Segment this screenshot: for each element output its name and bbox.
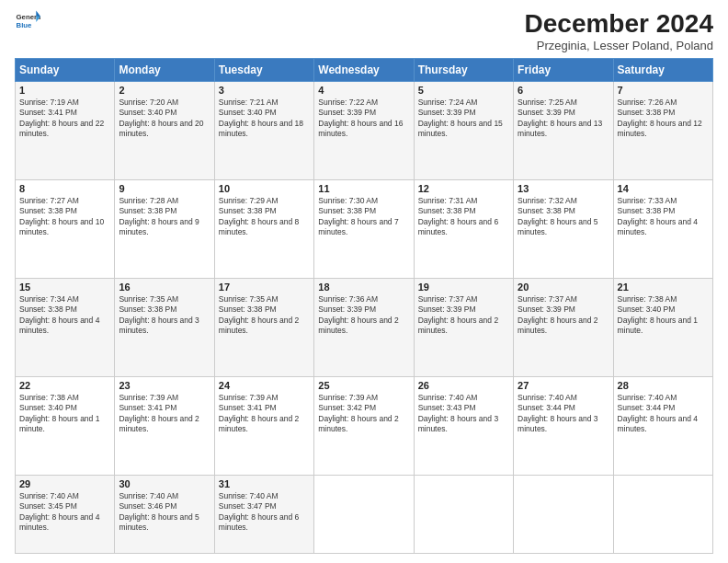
table-row: 5Sunrise: 7:24 AMSunset: 3:39 PMDaylight… [414,82,513,180]
title-block: December 2024 Przeginia, Lesser Poland, … [525,9,713,52]
table-row [613,475,712,553]
table-row: 31Sunrise: 7:40 AMSunset: 3:47 PMDayligh… [214,475,313,553]
table-row: 29Sunrise: 7:40 AMSunset: 3:45 PMDayligh… [16,475,115,553]
table-row: 9Sunrise: 7:28 AMSunset: 3:38 PMDaylight… [115,179,214,278]
table-row: 3Sunrise: 7:21 AMSunset: 3:40 PMDaylight… [214,82,313,180]
calendar-table: Sunday Monday Tuesday Wednesday Thursday… [15,58,713,554]
calendar-week-row: 8Sunrise: 7:27 AMSunset: 3:38 PMDaylight… [16,179,713,278]
calendar-week-row: 29Sunrise: 7:40 AMSunset: 3:45 PMDayligh… [16,475,713,553]
table-row [514,475,613,553]
table-row: 1Sunrise: 7:19 AMSunset: 3:41 PMDaylight… [16,82,115,180]
logo: General Blue [15,9,40,35]
col-monday: Monday [115,59,214,82]
header: General Blue December 2024 Przeginia, Le… [15,9,713,52]
table-row: 14Sunrise: 7:33 AMSunset: 3:38 PMDayligh… [613,179,712,278]
calendar-week-row: 15Sunrise: 7:34 AMSunset: 3:38 PMDayligh… [16,278,713,376]
page: General Blue December 2024 Przeginia, Le… [0,0,728,563]
table-row: 21Sunrise: 7:38 AMSunset: 3:40 PMDayligh… [613,278,712,376]
location: Przeginia, Lesser Poland, Poland [525,39,713,52]
logo-icon: General Blue [15,9,40,35]
table-row: 30Sunrise: 7:40 AMSunset: 3:46 PMDayligh… [115,475,214,553]
table-row: 4Sunrise: 7:22 AMSunset: 3:39 PMDaylight… [314,82,414,180]
table-row: 17Sunrise: 7:35 AMSunset: 3:38 PMDayligh… [214,278,313,376]
table-row: 7Sunrise: 7:26 AMSunset: 3:38 PMDaylight… [613,82,712,180]
col-saturday: Saturday [613,59,712,82]
table-row: 15Sunrise: 7:34 AMSunset: 3:38 PMDayligh… [16,278,115,376]
month-title: December 2024 [525,9,713,39]
col-thursday: Thursday [414,59,513,82]
table-row: 8Sunrise: 7:27 AMSunset: 3:38 PMDaylight… [16,179,115,278]
calendar-header-row: Sunday Monday Tuesday Wednesday Thursday… [16,59,713,82]
table-row: 22Sunrise: 7:38 AMSunset: 3:40 PMDayligh… [16,376,115,475]
table-row [414,475,513,553]
table-row: 10Sunrise: 7:29 AMSunset: 3:38 PMDayligh… [214,179,313,278]
col-friday: Friday [514,59,613,82]
table-row: 16Sunrise: 7:35 AMSunset: 3:38 PMDayligh… [115,278,214,376]
calendar-week-row: 22Sunrise: 7:38 AMSunset: 3:40 PMDayligh… [16,376,713,475]
table-row [314,475,414,553]
table-row: 20Sunrise: 7:37 AMSunset: 3:39 PMDayligh… [514,278,613,376]
col-tuesday: Tuesday [214,59,313,82]
table-row: 28Sunrise: 7:40 AMSunset: 3:44 PMDayligh… [613,376,712,475]
table-row: 25Sunrise: 7:39 AMSunset: 3:42 PMDayligh… [314,376,414,475]
table-row: 24Sunrise: 7:39 AMSunset: 3:41 PMDayligh… [214,376,313,475]
table-row: 27Sunrise: 7:40 AMSunset: 3:44 PMDayligh… [514,376,613,475]
table-row: 11Sunrise: 7:30 AMSunset: 3:38 PMDayligh… [314,179,414,278]
table-row: 23Sunrise: 7:39 AMSunset: 3:41 PMDayligh… [115,376,214,475]
svg-text:Blue: Blue [17,21,33,29]
table-row: 26Sunrise: 7:40 AMSunset: 3:43 PMDayligh… [414,376,513,475]
calendar-week-row: 1Sunrise: 7:19 AMSunset: 3:41 PMDaylight… [16,82,713,180]
col-sunday: Sunday [16,59,115,82]
table-row: 13Sunrise: 7:32 AMSunset: 3:38 PMDayligh… [514,179,613,278]
col-wednesday: Wednesday [314,59,414,82]
table-row: 12Sunrise: 7:31 AMSunset: 3:38 PMDayligh… [414,179,513,278]
table-row: 2Sunrise: 7:20 AMSunset: 3:40 PMDaylight… [115,82,214,180]
table-row: 6Sunrise: 7:25 AMSunset: 3:39 PMDaylight… [514,82,613,180]
table-row: 19Sunrise: 7:37 AMSunset: 3:39 PMDayligh… [414,278,513,376]
table-row: 18Sunrise: 7:36 AMSunset: 3:39 PMDayligh… [314,278,414,376]
